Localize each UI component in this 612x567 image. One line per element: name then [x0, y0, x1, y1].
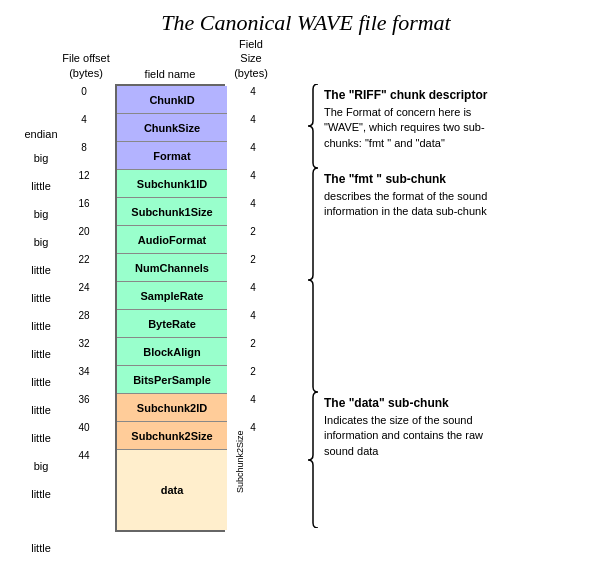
annotation-title: The "RIFF" chunk descriptor [324, 88, 514, 102]
field-name-column: field nameChunkIDChunkSizeFormatSubchunk… [110, 52, 230, 532]
size-label: 4 [246, 420, 256, 448]
annotation-block: The "data" sub-chunkIndicates the size o… [324, 392, 514, 459]
size-label: 4 [246, 280, 256, 308]
size-label: 2 [246, 336, 256, 364]
size-label: 2 [246, 364, 256, 392]
size-label: 4 [246, 392, 256, 420]
annotation-title: The "data" sub-chunk [324, 396, 514, 410]
offset-label: 24 [78, 280, 93, 308]
offset-column: File offset(bytes)0481216202224283234364… [62, 52, 110, 528]
brace-svg [302, 392, 322, 528]
offset-header: File offset(bytes) [62, 52, 110, 84]
annotation-block: The "RIFF" chunk descriptorThe Format of… [324, 84, 514, 151]
brace-annotation-area: The "RIFF" chunk descriptorThe Format of… [302, 52, 532, 538]
offset-label: 22 [78, 252, 93, 280]
offset-label: 16 [78, 196, 93, 224]
field-cell: AudioFormat [117, 226, 227, 254]
endian-label: little [31, 424, 51, 452]
endian-label: big [34, 144, 49, 172]
field-cell: SampleRate [117, 282, 227, 310]
field-name-header: field name [145, 52, 196, 84]
endian-label: little [31, 396, 51, 424]
annotation-text: describes the format of the sound inform… [324, 189, 514, 220]
offset-label: 36 [78, 392, 93, 420]
endian-label: big [34, 452, 49, 480]
endian-label: little [31, 480, 51, 508]
offset-label: 40 [78, 420, 93, 448]
size-label: 2 [246, 224, 256, 252]
offset-label: 0 [81, 84, 91, 112]
field-cell: ChunkID [117, 86, 227, 114]
endian-label: little [31, 256, 51, 284]
offset-label: 34 [78, 364, 93, 392]
endian-label: little [31, 340, 51, 368]
endian-label: little [31, 312, 51, 340]
field-cell: BitsPerSample [117, 366, 227, 394]
field-cell: Subchunk2ID [117, 394, 227, 422]
annotation-text: Indicates the size of the sound informat… [324, 413, 514, 459]
field-cell: ByteRate [117, 310, 227, 338]
offset-label: 32 [78, 336, 93, 364]
size-label: 4 [246, 168, 256, 196]
subchunk2size-label: Subchunk2Size [235, 394, 245, 530]
field-cell: data [117, 450, 227, 530]
endian-label: little [31, 284, 51, 312]
size-label: 4 [246, 140, 256, 168]
size-header: Field Size(bytes) [230, 52, 272, 84]
endian-label: big [34, 228, 49, 256]
size-label: 4 [246, 308, 256, 336]
annotation-text: The Format of concern here is "WAVE", wh… [324, 105, 514, 151]
offset-label: 28 [78, 308, 93, 336]
offset-label: 12 [78, 168, 93, 196]
size-label [249, 448, 253, 528]
offset-label: 4 [81, 112, 91, 140]
offset-label: 44 [78, 448, 93, 528]
size-label: 4 [246, 84, 256, 112]
endian-label: little [31, 508, 51, 567]
main-layout: endianbiglittlebigbiglittlelittlelittlel… [20, 52, 602, 567]
field-cell: BlockAlign [117, 338, 227, 366]
field-cell: Subchunk1Size [117, 198, 227, 226]
endian-header: endian [24, 112, 57, 144]
offset-label: 20 [78, 224, 93, 252]
field-cell: Subchunk2Size [117, 422, 227, 450]
endian-label: little [31, 368, 51, 396]
field-cell: Subchunk1ID [117, 170, 227, 198]
annotation-block: The "fmt " sub-chunkdescribes the format… [324, 168, 514, 220]
size-label: 4 [246, 196, 256, 224]
size-label: 2 [246, 252, 256, 280]
field-cell: ChunkSize [117, 114, 227, 142]
brace-svg [302, 168, 322, 392]
field-table: ChunkIDChunkSizeFormatSubchunk1IDSubchun… [115, 84, 225, 532]
annotation-title: The "fmt " sub-chunk [324, 172, 514, 186]
endian-column: endianbiglittlebigbiglittlelittlelittlel… [20, 52, 62, 567]
endian-label: little [31, 172, 51, 200]
size-label: 4 [246, 112, 256, 140]
offset-label: 8 [81, 140, 91, 168]
page-title: The Canonical WAVE file format [10, 10, 602, 36]
field-cell: NumChannels [117, 254, 227, 282]
endian-label: big [34, 200, 49, 228]
field-cell: Format [117, 142, 227, 170]
brace-svg [302, 84, 322, 168]
